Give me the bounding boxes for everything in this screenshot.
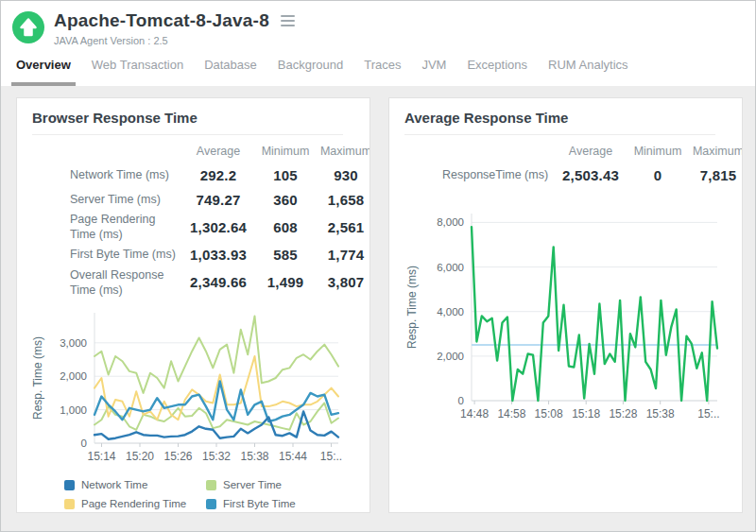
table-row: Page Rendering Time (ms) 1,302.64 608 2,… [32,212,370,243]
min-value: 585 [256,247,315,263]
monitor-status-icon [12,11,44,43]
min-value: 105 [256,167,315,183]
avg-value: 2,503.43 [553,167,628,183]
tab-traces[interactable]: Traces [364,58,401,86]
svg-text:6,000: 6,000 [437,262,464,273]
col-minimum: Minimum [628,145,687,158]
svg-text:0: 0 [81,438,87,449]
avg-value: 1,033.93 [180,247,256,263]
max-value: 1,658 [315,192,370,208]
max-value: 7,815 [687,167,743,183]
avg-value: 1,302.64 [180,219,256,235]
svg-text:8,000: 8,000 [437,216,464,228]
divider [404,134,715,135]
max-value: 1,774 [315,247,370,263]
svg-text:3,000: 3,000 [60,337,87,349]
legend-label: Server Time [223,479,282,490]
browser-response-time-card: Browser Response Time Average Minimum Ma… [16,97,370,513]
svg-text:15:28: 15:28 [609,407,637,420]
card-title-browser: Browser Response Time [32,110,358,134]
tab-bar: Overview Web Transaction Database Backgr… [12,58,740,86]
legend-item-network[interactable]: Network Time [64,479,206,490]
col-average: Average [180,145,256,158]
tab-background[interactable]: Background [278,58,343,86]
tab-overview[interactable]: Overview [16,58,71,86]
tab-rum-analytics[interactable]: RUM Analytics [548,58,628,86]
svg-text:Resp. Time (ms): Resp. Time (ms) [405,266,419,349]
legend-item-first-byte[interactable]: First Byte Time [206,498,296,509]
browser-response-chart: 01,0002,0003,00015:1415:2015:2615:3215:3… [32,301,358,472]
average-response-time-card: Average Response Time Average Minimum Ma… [388,97,743,513]
table-row: ResponseTime (ms) 2,503.43 0 7,815 [404,163,743,187]
min-value: 360 [256,192,315,208]
svg-text:4,000: 4,000 [437,306,464,317]
svg-text:15:08: 15:08 [535,407,563,420]
legend-swatch [206,480,216,490]
svg-text:15:32: 15:32 [202,450,231,463]
col-average: Average [553,145,628,158]
avg-value: 2,349.66 [180,274,256,290]
legend-label: Network Time [81,479,147,490]
legend-item-server[interactable]: Server Time [206,479,282,490]
stats-header-row: Average Minimum Maximum [404,140,743,163]
svg-text:15:38: 15:38 [240,450,268,463]
tab-web-transaction[interactable]: Web Transaction [92,58,183,86]
svg-text:14:58: 14:58 [497,407,525,420]
max-value: 2,561 [315,219,370,235]
average-stats-table: Average Minimum Maximum ResponseTime (ms… [404,140,743,187]
legend-swatch [206,499,216,509]
row-label: Server Time (ms) [32,192,180,207]
legend-swatch [64,480,75,490]
svg-text:2,000: 2,000 [60,370,87,382]
row-label: ResponseTime (ms) [404,167,553,182]
svg-text:2,000: 2,000 [437,351,464,362]
table-row: Network Time (ms) 292.2 105 930 [32,163,370,187]
tab-database[interactable]: Database [204,58,257,86]
col-maximum: Maximum [315,145,370,158]
svg-text:1,000: 1,000 [60,404,87,416]
chart-legend: Network Time Server Time Page Rendering … [64,479,358,509]
tab-jvm[interactable]: JVM [421,58,446,86]
tab-exceptions[interactable]: Exceptions [467,58,527,86]
legend-label: First Byte Time [223,498,296,509]
min-value: 608 [256,219,315,235]
col-minimum: Minimum [256,145,315,158]
row-label: First Byte Time (ms) [32,247,180,262]
legend-item-page-rendering[interactable]: Page Rendering Time [64,498,206,509]
svg-text:15:18: 15:18 [572,407,600,420]
row-label: Page Rendering Time (ms) [32,212,180,243]
svg-text:15:14: 15:14 [87,450,115,463]
svg-text:15:26: 15:26 [163,450,192,463]
svg-text:15:..: 15:.. [697,407,719,420]
row-label: Network Time (ms) [32,167,180,182]
table-row: First Byte Time (ms) 1,033.93 585 1,774 [32,243,370,267]
max-value: 930 [315,167,370,183]
min-value: 1,499 [256,274,315,290]
col-maximum: Maximum [687,145,743,158]
svg-text:15:38: 15:38 [646,407,675,420]
app-header: Apache-Tomcat-8-Java-8 JAVA Agent Versio… [1,1,755,86]
page-title: Apache-Tomcat-8-Java-8 [54,10,269,31]
table-row: Overall Response Time (ms) 2,349.66 1,49… [32,267,370,299]
stats-header-row: Average Minimum Maximum [32,140,370,163]
legend-label: Page Rendering Time [81,498,186,509]
svg-text:Resp. Time (ms): Resp. Time (ms) [31,336,44,420]
dashboard-content: Browser Response Time Average Minimum Ma… [1,86,755,532]
svg-text:15:20: 15:20 [126,450,154,463]
divider [32,134,343,135]
avg-value: 749.27 [180,192,256,208]
hamburger-menu-icon[interactable] [279,13,297,28]
svg-text:0: 0 [458,395,464,406]
card-title-average: Average Response Time [404,110,730,134]
table-row: Server Time (ms) 749.27 360 1,658 [32,187,370,212]
max-value: 3,807 [315,274,370,290]
average-response-chart: 02,0004,0006,0008,00014:4814:5815:0815:1… [404,200,730,429]
browser-stats-table: Average Minimum Maximum Network Time (ms… [32,140,370,298]
avg-value: 292.2 [180,167,256,183]
svg-text:14:48: 14:48 [460,407,489,420]
min-value: 0 [628,167,687,183]
agent-version-label: JAVA Agent Version : 2.5 [54,35,297,46]
row-label: Overall Response Time (ms) [32,267,180,299]
svg-text:15:..: 15:.. [320,450,342,463]
svg-text:15:44: 15:44 [279,450,307,463]
